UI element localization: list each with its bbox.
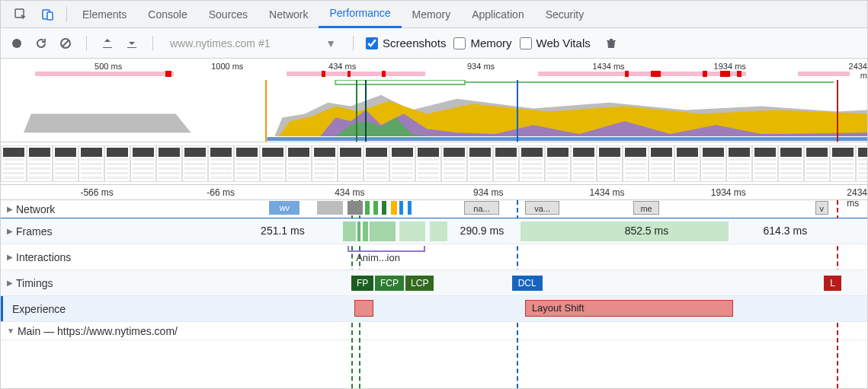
network-request[interactable] [348, 201, 363, 215]
screenshot-thumb[interactable] [597, 145, 623, 182]
screenshot-thumb[interactable] [415, 145, 441, 182]
record-button[interactable] [8, 35, 25, 52]
frame-block[interactable] [343, 222, 356, 241]
clear-button[interactable] [57, 35, 74, 52]
track-timings[interactable]: ▶Timings FPFCPLCPDCLL [1, 270, 867, 296]
tab-sources[interactable]: Sources [198, 1, 258, 28]
network-request[interactable] [399, 201, 403, 215]
overview-timeline[interactable]: 500 ms1000 ms434 ms934 ms1434 ms1934 ms2… [1, 59, 867, 142]
screenshot-thumb[interactable] [27, 145, 53, 182]
screenshots-strip[interactable] [1, 142, 867, 185]
layout-shift[interactable] [354, 300, 373, 317]
network-request[interactable] [317, 201, 343, 215]
screenshot-thumb[interactable] [519, 145, 545, 182]
tab-console[interactable]: Console [137, 1, 197, 28]
tab-performance[interactable]: Performance [319, 1, 401, 28]
device-toggle-icon[interactable] [34, 1, 62, 28]
track-experience[interactable]: Experience Layout Shift [1, 296, 867, 322]
ruler-tick: 1934 ms [711, 187, 746, 198]
screenshot-thumb[interactable] [856, 145, 867, 182]
network-request[interactable]: me [633, 201, 659, 215]
network-request[interactable] [373, 201, 378, 215]
screenshot-thumb[interactable] [830, 145, 856, 182]
track-network[interactable]: ▶Network wvna...va...mev [1, 200, 867, 218]
screenshot-thumb[interactable] [623, 145, 649, 182]
screenshots-checkbox[interactable]: Screenshots [366, 37, 446, 49]
network-request[interactable]: wv [269, 201, 299, 215]
frame-block[interactable] [399, 222, 425, 241]
tab-security[interactable]: Security [535, 1, 595, 28]
screenshot-thumb[interactable] [571, 145, 597, 182]
inspect-icon[interactable] [7, 1, 34, 28]
expand-icon: ▶ [7, 205, 13, 213]
detail-ruler[interactable]: -566 ms-66 ms434 ms934 ms1434 ms1934 ms2… [1, 185, 867, 200]
screenshot-thumb[interactable] [312, 145, 338, 182]
screenshot-thumb[interactable] [286, 145, 312, 182]
timing-marker-l[interactable]: L [824, 276, 841, 291]
screenshot-thumb[interactable] [467, 145, 493, 182]
screenshot-thumb[interactable] [493, 145, 519, 182]
timing-marker-lcp[interactable]: LCP [405, 276, 434, 291]
overview-tick: 1000 ms [211, 62, 243, 71]
screenshot-thumb[interactable] [130, 145, 156, 182]
timing-marker-fp[interactable]: FP [351, 276, 373, 291]
screenshot-thumb[interactable] [53, 145, 78, 182]
network-request[interactable]: na... [464, 201, 498, 215]
overview-tick: 2434 m [849, 62, 867, 80]
screenshot-thumb[interactable] [156, 145, 182, 182]
screenshot-thumb[interactable] [364, 145, 389, 182]
timing-marker-dcl[interactable]: DCL [512, 276, 543, 291]
load-profile-button[interactable] [99, 35, 116, 52]
frame-duration: 614.3 ms [764, 225, 808, 237]
reload-button[interactable] [33, 35, 50, 52]
frame-block[interactable] [363, 222, 368, 241]
memory-checkbox[interactable]: Memory [453, 37, 511, 49]
screenshot-thumb[interactable] [674, 145, 700, 182]
tab-elements[interactable]: Elements [72, 1, 137, 28]
screenshot-thumb[interactable] [260, 145, 286, 182]
expand-icon: ▶ [7, 253, 13, 261]
network-request[interactable] [382, 201, 386, 215]
network-request[interactable] [408, 201, 412, 215]
network-request[interactable]: v [815, 201, 828, 215]
svg-point-3 [12, 39, 21, 48]
screenshot-thumb[interactable] [726, 145, 752, 182]
screenshot-thumb[interactable] [338, 145, 364, 182]
track-frames[interactable]: ▶Frames 251.1 ms290.9 ms852.5 ms614.3 ms [1, 218, 867, 244]
track-interactions[interactable]: ▶Interactions Anim...ion [1, 244, 867, 270]
timing-marker-fcp[interactable]: FCP [375, 276, 404, 291]
frame-block[interactable] [430, 222, 447, 241]
tab-memory[interactable]: Memory [402, 1, 462, 28]
frame-block[interactable] [357, 222, 360, 241]
overview-tick: 500 ms [94, 62, 122, 71]
screenshot-thumb[interactable] [208, 145, 234, 182]
network-request[interactable] [365, 201, 370, 215]
network-request[interactable] [391, 201, 397, 215]
screenshot-thumb[interactable] [78, 145, 104, 182]
save-profile-button[interactable] [123, 35, 140, 52]
screenshot-thumb[interactable] [1, 145, 27, 182]
screenshot-thumb[interactable] [778, 145, 804, 182]
track-main[interactable]: ▼ Main — https://www.nytimes.com/ [1, 322, 867, 340]
overview-tick: 434 ms [328, 62, 356, 71]
screenshot-thumb[interactable] [804, 145, 830, 182]
webvitals-checkbox[interactable]: Web Vitals [520, 37, 591, 49]
frame-duration: 251.1 ms [261, 225, 305, 237]
recording-select[interactable]: www.nytimes.com #1 ▼ [165, 37, 341, 49]
screenshot-thumb[interactable] [752, 145, 778, 182]
tab-application[interactable]: Application [461, 1, 535, 28]
screenshot-thumb[interactable] [649, 145, 674, 182]
screenshot-thumb[interactable] [441, 145, 467, 182]
screenshot-thumb[interactable] [389, 145, 415, 182]
network-request[interactable]: va... [525, 201, 559, 215]
screenshot-thumb[interactable] [104, 145, 130, 182]
screenshot-thumb[interactable] [234, 145, 260, 182]
screenshot-thumb[interactable] [700, 145, 726, 182]
layout-shift[interactable]: Layout Shift [525, 300, 733, 317]
trash-button[interactable] [603, 35, 620, 52]
tab-network[interactable]: Network [258, 1, 319, 28]
screenshot-thumb[interactable] [182, 145, 208, 182]
overview-tick: 1434 ms [592, 62, 624, 71]
screenshot-thumb[interactable] [545, 145, 571, 182]
frame-block[interactable] [370, 222, 396, 241]
